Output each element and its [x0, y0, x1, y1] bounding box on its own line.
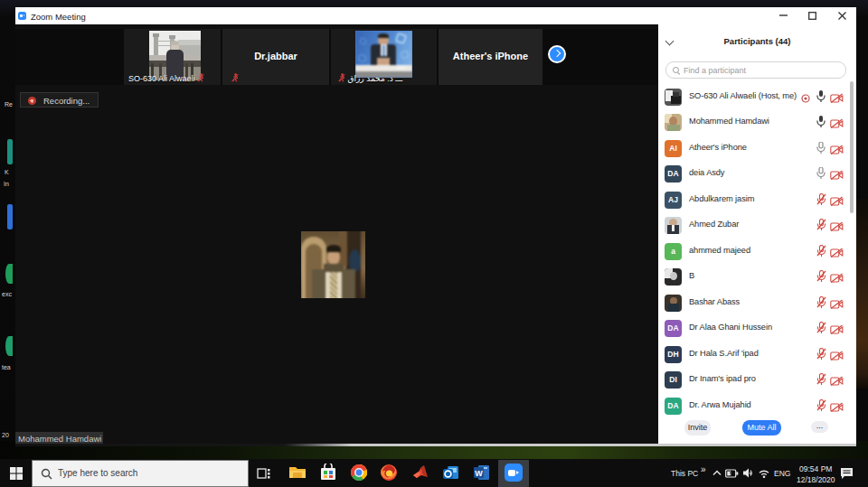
svg-text:W: W — [475, 469, 483, 478]
